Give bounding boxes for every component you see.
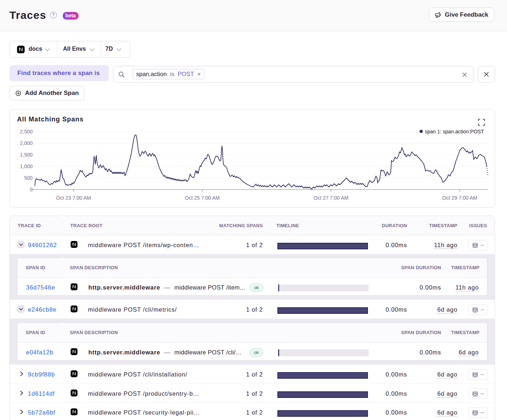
svg-text:2,500: 2,500 [20,129,33,134]
svg-text:span 1: span.action:POST: span 1: span.action:POST [425,129,484,134]
svg-text:500: 500 [24,175,33,181]
svg-text:1,500: 1,500 [20,152,33,158]
svg-text:Oct 23 7:00 AM: Oct 23 7:00 AM [56,195,91,201]
svg-text:0: 0 [30,187,33,192]
svg-text:Oct 25 7:00 AM: Oct 25 7:00 AM [185,195,220,201]
svg-text:Oct 29 7:00 AM: Oct 29 7:00 AM [442,195,477,201]
svg-text:2,000: 2,000 [20,140,33,146]
svg-text:Oct 27 7:00 AM: Oct 27 7:00 AM [314,195,349,201]
svg-text:1,000: 1,000 [20,163,33,169]
